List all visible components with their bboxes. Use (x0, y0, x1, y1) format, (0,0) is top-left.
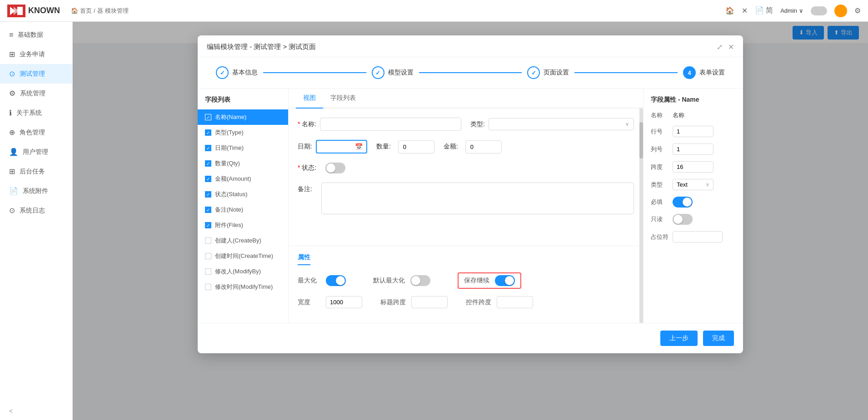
default-maximize-item: 默认最大化 (373, 275, 430, 286)
modal-expand-icon[interactable]: ⤢ (717, 43, 723, 51)
type-select[interactable]: ∨ (489, 118, 634, 130)
field-checkbox-status[interactable]: ✓ (205, 191, 211, 198)
calendar-icon[interactable]: 📅 (355, 143, 363, 150)
width-input[interactable] (326, 296, 362, 308)
prop-readonly-toggle[interactable] (673, 214, 693, 225)
step-2: ✓ 模型设置 (372, 66, 414, 79)
maximize-item: 最大化 (298, 275, 346, 286)
topbar-right: 🏠 ✕ 📄 简 Admin ∨ ⚙ (725, 5, 861, 17)
field-checkbox-createtime[interactable] (205, 253, 211, 259)
sidebar-item-system-log[interactable]: ⊙ 系统日志 (0, 201, 72, 220)
step-1: ✓ 基本信息 (216, 66, 258, 79)
field-item-modifyby[interactable]: 修改人(ModifyBy) (198, 264, 288, 279)
prop-row-required: 必填 (651, 197, 736, 208)
field-checkbox-modifyby[interactable] (205, 268, 211, 275)
form-row-date-qty-amount: 日期: 📅 数量: (298, 140, 634, 153)
sidebar-item-user-manage[interactable]: 👤 用户管理 (0, 142, 72, 162)
tab-field-list[interactable]: 字段列表 (323, 89, 363, 108)
title-span-label: 标题跨度 (380, 298, 406, 306)
field-item-type[interactable]: ✓ 类型(Type) (198, 125, 288, 140)
theme-toggle[interactable] (811, 6, 827, 15)
sidebar-item-business-apply[interactable]: ⊞ 业务申请 (0, 44, 72, 64)
prop-row-num-input[interactable] (673, 126, 713, 137)
field-item-files[interactable]: ✓ 附件(Files) (198, 217, 288, 233)
prop-placeholder-input[interactable] (673, 231, 723, 242)
cross-icon[interactable]: ✕ (742, 6, 748, 15)
field-panel-title: 字段列表 (198, 96, 288, 109)
form-group-date: 日期: 📅 (298, 140, 367, 153)
field-checkbox-qty[interactable]: ✓ (205, 160, 211, 167)
sidebar-item-system-attachment[interactable]: 📄 系统附件 (0, 181, 72, 201)
sidebar-item-label: 系统附件 (23, 187, 48, 195)
sidebar-item-system-manage[interactable]: ⚙ 系统管理 (0, 84, 72, 103)
sidebar-item-test-manage[interactable]: ⊙ 测试管理 (0, 64, 72, 84)
default-maximize-toggle[interactable] (410, 275, 430, 286)
control-span-input[interactable] (497, 296, 533, 308)
note-label: 备注: (298, 183, 312, 193)
form-row-note: 备注: (298, 183, 634, 214)
field-checkbox-time[interactable]: ✓ (205, 145, 211, 151)
amount-input[interactable] (465, 140, 502, 153)
tab-view[interactable]: 视图 (296, 89, 323, 108)
name-input[interactable] (320, 118, 461, 131)
about-system-icon: ℹ (9, 109, 12, 117)
props-title: 字段属性 - Name (651, 96, 736, 104)
save-continue-toggle[interactable] (495, 275, 515, 286)
prop-col-num-label: 列号 (651, 145, 669, 153)
sidebar-item-role-manage[interactable]: ⊕ 角色管理 (0, 123, 72, 142)
center-tabs: 视图 字段列表 (289, 89, 643, 109)
prop-row-num-label: 行号 (651, 128, 669, 136)
modal-footer: 上一步 完成 (198, 323, 743, 353)
field-item-name[interactable]: ✓ 名称(Name) (198, 109, 288, 125)
admin-button[interactable]: Admin ∨ (780, 7, 803, 14)
field-checkbox-type[interactable]: ✓ (205, 129, 211, 136)
home-icon[interactable]: 🏠 (725, 6, 734, 15)
field-item-qty[interactable]: ✓ 数量(Qty) (198, 156, 288, 171)
field-item-createby[interactable]: 创建人(CreateBy) (198, 233, 288, 248)
field-checkbox-note[interactable]: ✓ (205, 207, 211, 213)
save-continue-label: 保存继续 (464, 277, 489, 285)
doc-icon[interactable]: 📄 简 (755, 6, 773, 15)
field-item-time[interactable]: ✓ 日期(Time) (198, 140, 288, 156)
field-checkbox-files[interactable]: ✓ (205, 222, 211, 228)
finish-button[interactable]: 完成 (703, 331, 734, 346)
note-textarea[interactable] (321, 183, 634, 214)
modal-close-buttons: ⤢ ✕ (717, 43, 734, 51)
prop-col-num-input[interactable] (673, 143, 713, 155)
field-item-createtime[interactable]: 创建时间(CreateTime) (198, 248, 288, 264)
prev-button[interactable]: 上一步 (660, 331, 698, 346)
qty-label: 数量: (376, 143, 391, 151)
breadcrumb-home[interactable]: 首页 (80, 7, 92, 15)
prop-type-select[interactable]: Text ∨ (673, 179, 713, 190)
breadcrumb-module-icon: 器 (97, 7, 103, 15)
field-item-status[interactable]: ✓ 状态(Status) (198, 187, 288, 202)
qty-input[interactable] (398, 140, 434, 153)
field-item-modifytime[interactable]: 修改时间(ModifyTime) (198, 279, 288, 295)
name-label: 名称: (298, 120, 316, 128)
sidebar-item-about-system[interactable]: ℹ 关于系统 (0, 103, 72, 123)
field-item-amount[interactable]: ✓ 金额(Amount) (198, 171, 288, 187)
title-span-input[interactable] (411, 296, 448, 308)
field-item-note[interactable]: ✓ 备注(Note) (198, 202, 288, 217)
width-label: 宽度 (298, 298, 320, 306)
field-label-files: 附件(Files) (215, 221, 243, 229)
field-checkbox-modifytime[interactable] (205, 284, 211, 290)
breadcrumb-module-name[interactable]: 模块管理 (105, 7, 129, 15)
date-input[interactable] (320, 143, 352, 150)
field-checkbox-name[interactable]: ✓ (205, 114, 211, 120)
status-toggle[interactable] (325, 163, 345, 173)
modal-close-icon[interactable]: ✕ (728, 43, 734, 51)
prop-span-input[interactable] (673, 161, 713, 173)
settings-icon[interactable]: ⚙ (854, 6, 861, 15)
sidebar-item-backend-task[interactable]: ⊞ 后台任务 (0, 162, 72, 181)
maximize-toggle[interactable] (326, 275, 346, 286)
sidebar-item-basic-data[interactable]: ≡ 基础数据 (0, 25, 72, 44)
type-label: 类型: (470, 120, 485, 128)
sidebar-collapse-button[interactable]: < (0, 402, 72, 420)
field-checkbox-amount[interactable]: ✓ (205, 176, 211, 182)
field-checkbox-createby[interactable] (205, 237, 211, 244)
attributes-section: 属性 最大化 默认最大化 (289, 246, 643, 323)
field-label-modifytime: 修改时间(ModifyTime) (215, 283, 273, 291)
scroll-indicator[interactable] (639, 109, 643, 323)
prop-required-toggle[interactable] (673, 197, 693, 208)
